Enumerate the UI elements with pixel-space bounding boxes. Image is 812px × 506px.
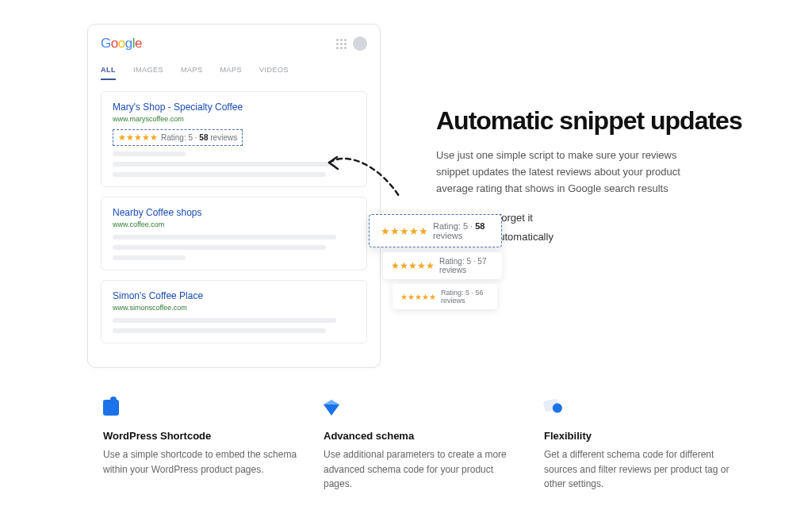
result-title: Mary's Shop - Specialty Coffee: [113, 102, 355, 113]
star-icon: ★★★★★: [400, 293, 436, 301]
result-title: Nearby Coffee shops: [113, 207, 355, 218]
diamond-icon: [324, 400, 344, 420]
hero-headline: Automatic snippet updates: [436, 107, 764, 135]
feature-text: Use additional parameters to create a mo…: [324, 447, 520, 492]
google-logo: Google: [101, 36, 142, 52]
search-tabs: ALL IMAGES MAPS MAPS VIDEOS: [101, 66, 367, 80]
floating-snippet-2: ★★★★★ Rating: 5 · 57 reviews: [383, 252, 502, 279]
result-title: Simon's Coffee Place: [113, 290, 355, 301]
feature-schema: Advanced schema Use additional parameter…: [324, 400, 520, 492]
feature-flexibility: Flexibility Get a different schema code …: [544, 400, 741, 492]
star-icon: ★★★★★: [391, 260, 435, 271]
feature-text: Use a simple shortcode to embed the sche…: [103, 447, 300, 477]
tab-all[interactable]: ALL: [101, 66, 116, 80]
floating-snippet-3: ★★★★★ Rating: 5 · 56 reviews: [393, 284, 497, 309]
floating-snippet-stack: ★★★★★ Rating: 5 · 58 reviews ★★★★★ Ratin…: [369, 214, 502, 314]
puzzle-icon: [103, 400, 124, 420]
avatar-icon: [353, 36, 367, 51]
feature-text: Get a different schema code for differen…: [544, 447, 741, 492]
star-icon: ★★★★★: [118, 132, 158, 143]
tab-maps[interactable]: MAPS: [181, 66, 203, 80]
tag-icon: [544, 400, 565, 420]
search-result-2: Nearby Coffee shops www.coffee.com: [101, 197, 367, 270]
tab-images[interactable]: IMAGES: [133, 66, 163, 80]
feature-title: Advanced schema: [324, 430, 520, 442]
feature-title: Flexibility: [544, 430, 741, 442]
tab-maps-2[interactable]: MAPS: [220, 66, 243, 80]
hero-description: Use just one simple script to make sure …: [436, 148, 706, 197]
tab-videos[interactable]: VIDEOS: [259, 66, 289, 80]
floating-snippet-main: ★★★★★ Rating: 5 · 58 reviews: [369, 214, 502, 247]
search-result-1: Mary's Shop - Specialty Coffee www.marys…: [101, 91, 367, 187]
result-url: www.maryscoffee.com: [113, 115, 355, 123]
result-url: www.simonscoffee.com: [113, 304, 355, 312]
star-icon: ★★★★★: [381, 225, 428, 237]
feature-title: WordPress Shortcode: [103, 430, 300, 442]
apps-grid-icon: [336, 39, 347, 49]
search-result-3: Simon's Coffee Place www.simonscoffee.co…: [101, 280, 367, 343]
google-mockup: Google ALL IMAGES MAPS MAPS VIDEOS Mary'…: [87, 24, 381, 368]
result-url: www.coffee.com: [113, 220, 355, 228]
rating-snippet-inline: ★★★★★ Rating: 5 · 58 reviews: [113, 129, 243, 146]
feature-wordpress: WordPress Shortcode Use a simple shortco…: [103, 400, 300, 492]
